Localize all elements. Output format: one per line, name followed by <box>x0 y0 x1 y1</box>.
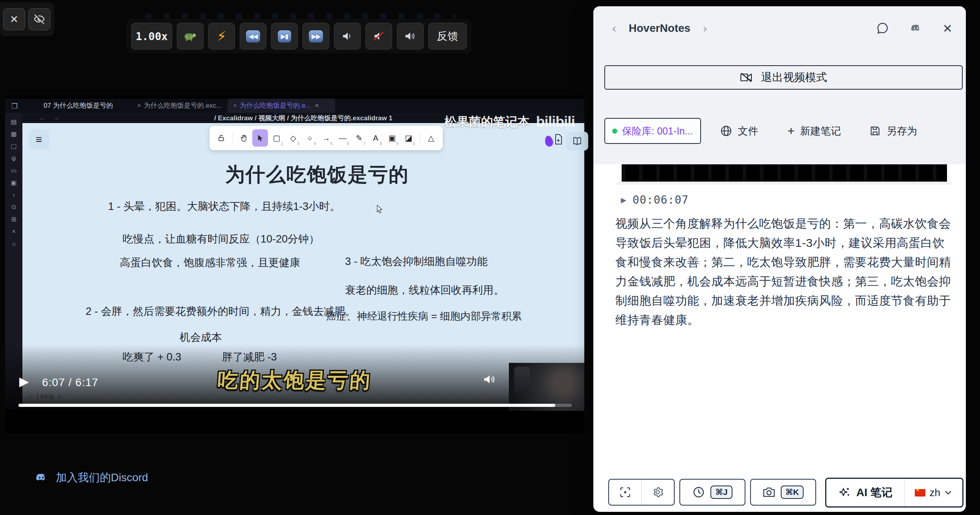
mute-button[interactable] <box>365 23 392 50</box>
tool-key: 6 <box>347 142 349 146</box>
save-as-button[interactable]: 另存为 <box>869 124 917 138</box>
settings-button[interactable] <box>641 480 674 505</box>
skip-back-icon: ◀◀ <box>246 30 261 42</box>
chat-button[interactable] <box>876 22 889 35</box>
tool-key: 7 <box>363 142 365 146</box>
ai-note-group: AI 笔记 zh <box>825 478 963 508</box>
speaker-mute-icon <box>373 31 385 42</box>
shapes-icon: △ <box>428 133 434 143</box>
panel-header: ‹ HoverNotes › ✕ <box>611 18 952 39</box>
panel-close-button[interactable]: ✕ <box>943 22 952 35</box>
plus-icon: + <box>787 124 795 138</box>
doc-plus-icon <box>554 134 563 145</box>
line-icon: — <box>339 134 347 143</box>
calendar-icon: ▭ <box>11 167 17 174</box>
mic-icon: ⊙ <box>11 204 16 211</box>
speed-indicator[interactable]: 1.00x <box>131 23 172 50</box>
new-drawing-button <box>554 134 563 148</box>
volume-icon <box>483 373 496 386</box>
globe-icon <box>720 125 732 137</box>
video-volume-button[interactable] <box>483 373 496 387</box>
canvas-note: 衰老的细胞，线粒体回收再利用。 <box>345 283 504 297</box>
cn-flag-icon <box>915 489 925 497</box>
obsidian-tab-bar: ❐ 07 为什么吃饱饭是亏的 ×为什么吃饱饭是亏的.exc... ×为什么吃饱饭… <box>5 99 584 113</box>
discord-button[interactable] <box>909 23 923 34</box>
purple-laser-indicator <box>544 135 554 147</box>
dashboard-icon: ▦ <box>11 131 17 138</box>
tool-key: 9 <box>396 142 398 146</box>
eraser-icon: ◪ <box>405 133 413 143</box>
feedback-button[interactable]: 反馈 <box>428 23 467 50</box>
video-play-button[interactable]: ▶ <box>19 374 29 389</box>
tool-key: 5 <box>330 142 332 146</box>
discord-icon <box>909 23 923 34</box>
vault-selector[interactable]: 保险库: 001-In... <box>604 118 701 144</box>
note-text[interactable]: 视频从三个角度解释为什么吃饱饭是亏的：第一，高碳水饮食会导致饭后头晕犯困，降低大… <box>615 214 954 329</box>
lock-icon <box>218 134 225 142</box>
files-button[interactable]: 文件 <box>720 124 758 138</box>
excalidraw-file-icon: × <box>137 102 141 109</box>
tool-key: 4 <box>314 142 316 146</box>
shortcut-j-keycap: ⌘J <box>710 486 732 499</box>
cursor-icon <box>257 134 264 142</box>
terminal-icon: › <box>13 191 15 199</box>
exit-video-mode-button[interactable]: 退出视频模式 <box>604 65 963 90</box>
timestamp-value: 00:06:07 <box>633 193 689 206</box>
discord-icon <box>34 472 49 484</box>
language-selector[interactable]: zh <box>904 479 962 506</box>
speaker-high-icon <box>404 31 416 42</box>
next-button[interactable]: ▶▶ <box>303 23 329 50</box>
volume-down-button[interactable] <box>334 23 361 50</box>
canvas-note: 高蛋白饮食，饱腹感非常强，且更健康 <box>120 256 300 270</box>
playback-toolbar: 1.00x ⚡ ◀◀ ▶▮ ▶▶ <box>127 19 472 53</box>
play-pause-icon: ▶▮ <box>278 30 291 42</box>
close-overlay-button[interactable]: ✕ <box>3 8 25 30</box>
discord-link[interactable]: 加入我们的Discord <box>34 470 148 485</box>
screenshot-shortcut-group[interactable]: ⌘K <box>750 479 816 506</box>
canvas-note: 机会成本 <box>180 330 222 344</box>
chevron-down-icon <box>944 490 952 495</box>
nav-back-button[interactable]: ‹ <box>611 22 618 35</box>
timestamp-shortcut-group[interactable]: ⌘J <box>679 479 745 506</box>
new-note-button[interactable]: + 新建笔记 <box>787 124 841 138</box>
speed-up-button[interactable]: ⚡ <box>208 23 235 50</box>
nav-forward-button[interactable]: › <box>701 22 708 35</box>
eye-off-icon <box>33 13 45 25</box>
excalidraw-menu-button: ≡ <box>29 129 49 150</box>
ai-note-label: AI 笔记 <box>856 485 892 500</box>
hide-overlay-button[interactable] <box>28 8 50 30</box>
chat-bubble-icon <box>876 22 889 35</box>
canvas-note: 1 - 头晕，犯困。大脑状态下降，且持续1-3小时。 <box>108 199 340 213</box>
rectangle-icon: ▢ <box>273 133 281 143</box>
play-pause-button[interactable]: ▶▮ <box>271 23 298 50</box>
tool-key: 1 <box>264 142 266 146</box>
video-off-icon <box>740 72 753 83</box>
ellipse-tool: ○4 <box>302 129 317 147</box>
toolbar-divider <box>420 132 420 144</box>
ai-note-button[interactable]: AI 笔记 <box>826 479 904 506</box>
layout-icon: ⊞ <box>11 216 16 223</box>
slow-down-button[interactable] <box>177 23 204 50</box>
previous-button[interactable]: ◀◀ <box>240 23 266 50</box>
lock-tool <box>213 129 229 147</box>
video-player[interactable]: ❐ 07 为什么吃饱饭是亏的 ×为什么吃饱饭是亏的.exc... ×为什么吃饱饭… <box>5 96 584 434</box>
obsidian-tab-3-active: ×为什么吃饱饭是亏的.e...× <box>228 99 335 113</box>
files-label: 文件 <box>738 124 758 138</box>
volume-up-button[interactable] <box>397 23 424 50</box>
thumbnail-underline <box>617 182 952 185</box>
canvas-note: 癌症、神经退行性疾病 = 细胞内部异常积累 <box>326 309 522 323</box>
hand-tool <box>236 129 251 147</box>
focus-capture-button[interactable] <box>609 480 641 505</box>
timestamp-row[interactable]: ▶ 00:06:07 <box>621 193 689 206</box>
pencil-icon: ✎ <box>356 133 363 143</box>
video-progress-bar[interactable] <box>18 404 572 407</box>
camera-icon <box>763 486 775 498</box>
language-value: zh <box>929 487 940 499</box>
diamond-icon: ◇ <box>290 133 296 143</box>
overlay-control-group: ✕ <box>0 2 54 36</box>
outline-icon: ▤ <box>11 118 17 125</box>
selection-tool-active: 1 <box>252 129 268 147</box>
line-tool: —6 <box>335 129 351 147</box>
canvas-title: 为什么吃饱饭是亏的 <box>225 162 409 188</box>
document-icon: ▢ <box>11 143 17 150</box>
